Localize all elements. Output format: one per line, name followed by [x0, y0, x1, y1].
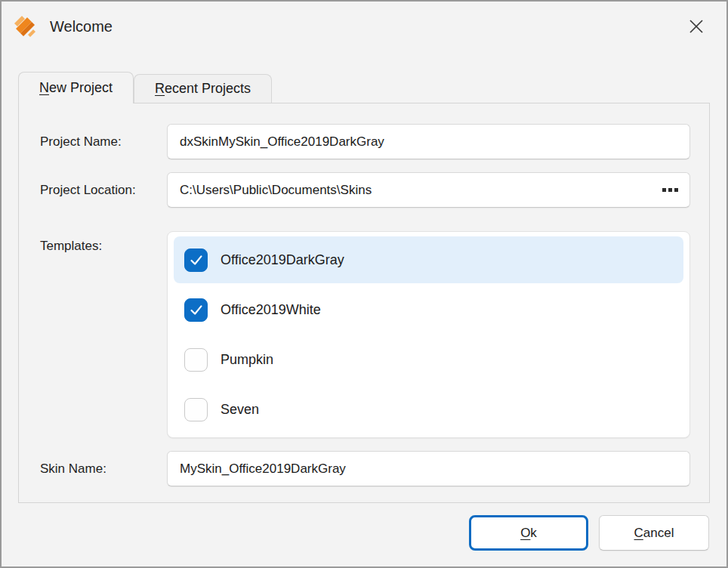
template-label: Seven [221, 402, 259, 418]
window-title: Welcome [50, 18, 113, 36]
skin-name-label: Skin Name: [40, 462, 167, 477]
checkbox[interactable] [184, 298, 208, 322]
project-name-label: Project Name: [40, 134, 167, 150]
browse-button[interactable] [657, 178, 683, 203]
button-bar: Ok Cancel [2, 515, 726, 551]
checkbox[interactable] [184, 398, 208, 421]
templates-label: Templates: [40, 239, 167, 254]
template-item-office2019white[interactable]: Office2019White [174, 286, 683, 333]
tab-label: New Project [39, 80, 113, 96]
skin-name-input[interactable] [167, 451, 690, 486]
title-bar: Welcome [2, 2, 726, 51]
templates-list: Office2019DarkGray Office2019White [167, 231, 690, 438]
check-icon [188, 252, 205, 268]
template-label: Office2019DarkGray [221, 252, 344, 268]
tab-new-project[interactable]: New Project [18, 72, 134, 103]
project-name-row: Project Name: [40, 124, 690, 159]
template-item-office2019darkgray[interactable]: Office2019DarkGray [174, 236, 683, 283]
close-button[interactable] [680, 10, 713, 43]
check-icon [188, 301, 205, 318]
checkbox[interactable] [184, 348, 208, 372]
project-location-row: Project Location: [40, 172, 690, 208]
project-location-label: Project Location: [40, 183, 167, 198]
template-label: Pumpkin [221, 352, 273, 368]
checkbox[interactable] [184, 248, 208, 272]
project-location-input[interactable] [167, 172, 690, 208]
ok-button-label: Ok [520, 526, 537, 541]
tab-recent-projects[interactable]: Recent Projects [134, 74, 272, 103]
ellipsis-icon [668, 188, 672, 192]
new-project-tab-page: Project Name: Project Location: Template… [18, 103, 710, 503]
tab-label: Recent Projects [155, 81, 251, 97]
tab-strip: New Project Recent Projects [2, 71, 726, 103]
template-item-seven[interactable]: Seven [174, 386, 683, 433]
template-item-pumpkin[interactable]: Pumpkin [174, 336, 683, 383]
close-icon [686, 17, 706, 36]
app-logo-icon [12, 14, 38, 39]
skin-name-row: Skin Name: [40, 451, 690, 486]
templates-row: Templates: Office2019DarkGray [40, 231, 690, 438]
ok-button[interactable]: Ok [469, 515, 588, 551]
cancel-button[interactable]: Cancel [599, 515, 709, 551]
template-label: Office2019White [221, 302, 321, 318]
project-name-input[interactable] [167, 124, 690, 159]
ellipsis-icon [662, 188, 666, 192]
cancel-button-label: Cancel [634, 526, 674, 541]
welcome-dialog: Welcome New Project Recent Projects Proj… [0, 0, 728, 568]
ellipsis-icon [674, 188, 678, 192]
